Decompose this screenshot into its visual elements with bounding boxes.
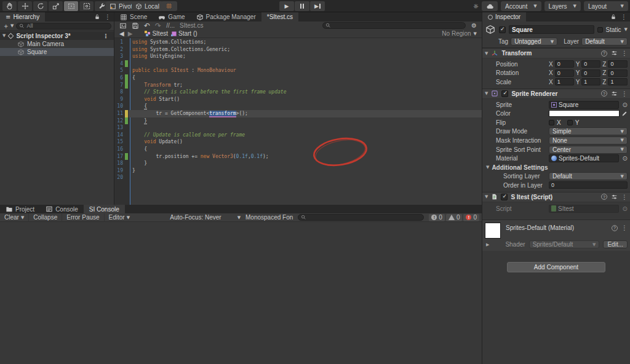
foldout-open-icon[interactable]: ▼: [485, 194, 488, 199]
position-x-field[interactable]: [555, 60, 574, 68]
tab-project[interactable]: Project: [0, 205, 40, 213]
rotation-z-field[interactable]: [608, 69, 628, 77]
code-line[interactable]: 6{: [114, 74, 482, 82]
draw-mode-dropdown[interactable]: Simple▼: [549, 127, 628, 135]
sorting-layer-dropdown[interactable]: Default▼: [549, 172, 628, 180]
play-button[interactable]: ▶: [279, 1, 294, 11]
layers-dropdown[interactable]: Layers▼: [544, 1, 581, 11]
script-object-field[interactable]: SItest: [549, 205, 619, 213]
script-component-header[interactable]: ▼ S Itest (Script) ? ⋮: [482, 192, 630, 202]
error-pause-button[interactable]: Error Pause: [62, 213, 104, 222]
cloud-services-button[interactable]: [482, 1, 498, 11]
material-object-field[interactable]: Sprites-Default: [549, 154, 619, 162]
panel-divider[interactable]: [482, 12, 482, 364]
breadcrumb-class[interactable]: SItest: [145, 30, 168, 37]
code-line[interactable]: 5public class SItest : MonoBehaviour: [114, 67, 482, 74]
code-line[interactable]: 1using System.Collections;: [114, 39, 482, 46]
mask-interaction-dropdown[interactable]: None▼: [549, 136, 628, 144]
auto-focus-dropdown[interactable]: Auto-Focus: Never ▼: [170, 214, 241, 221]
transform-tool-button[interactable]: [79, 1, 94, 11]
code-line[interactable]: 17 tr.position += new Vector3(0.1f,0.1f)…: [114, 153, 482, 160]
tag-dropdown[interactable]: Untagged▼: [511, 38, 557, 46]
hierarchy-search-input[interactable]: [26, 23, 108, 29]
code-line[interactable]: 11 tr = GetComponent<transform>();: [114, 110, 482, 117]
scale-tool-button[interactable]: [49, 1, 63, 11]
edit-shader-button[interactable]: Edit...: [603, 240, 628, 248]
foldout-open-icon[interactable]: ▼: [485, 91, 488, 96]
region-dropdown[interactable]: No Region ▼: [442, 30, 477, 37]
object-picker-icon[interactable]: ⊙: [623, 205, 628, 212]
step-button[interactable]: ▶: [310, 1, 325, 11]
clear-button[interactable]: Clear▼: [0, 213, 29, 222]
chevron-down-icon[interactable]: ▼: [624, 27, 628, 32]
rotation-x-field[interactable]: [555, 69, 574, 77]
menu-kebab-icon[interactable]: ⋮: [621, 90, 628, 97]
code-line[interactable]: 15 void Update(): [114, 138, 482, 146]
position-z-field[interactable]: [608, 60, 628, 68]
code-line[interactable]: 3using UnityEngine;: [114, 53, 482, 60]
move-tool-button[interactable]: [18, 1, 32, 11]
presets-icon[interactable]: [611, 194, 618, 200]
collapse-button[interactable]: Collapse: [29, 213, 62, 222]
sprite-object-field[interactable]: Square: [549, 101, 619, 109]
help-icon[interactable]: ?: [601, 50, 607, 57]
rotate-tool-button[interactable]: [33, 1, 47, 11]
editor-attach-dropdown[interactable]: Editor▼: [105, 213, 135, 222]
gameobject-name-field[interactable]: [509, 25, 594, 34]
menu-kebab-icon[interactable]: ⋮: [105, 14, 111, 20]
highlighter-icon[interactable]: ☼: [473, 3, 479, 10]
menu-kebab-icon[interactable]: ⋮: [621, 14, 627, 20]
gear-icon[interactable]: ⚙: [471, 22, 477, 29]
scale-x-field[interactable]: [555, 78, 574, 85]
rotation-y-field[interactable]: [581, 69, 600, 77]
code-line[interactable]: 16 {: [114, 146, 482, 153]
material-preview-swatch[interactable]: [485, 223, 501, 239]
scene-header-row[interactable]: ▼ Script Inspector 3* ⋮: [0, 31, 114, 40]
tab-game[interactable]: Game: [153, 12, 190, 22]
editor-search-input[interactable]: [331, 23, 463, 29]
capture-icon[interactable]: [119, 22, 127, 30]
tab-inspector[interactable]: Inspector: [482, 12, 526, 22]
menu-kebab-icon[interactable]: ⋮: [103, 33, 111, 39]
tab-hierarchy[interactable]: ≡ Hierarchy: [0, 12, 45, 22]
console-searchbox[interactable]: [298, 214, 424, 221]
redo-icon[interactable]: ↷: [155, 22, 161, 30]
menu-kebab-icon[interactable]: ⋮: [621, 50, 628, 57]
shader-dropdown[interactable]: Sprites/Default▼: [529, 240, 600, 248]
code-line[interactable]: 9 void Start(): [114, 96, 482, 103]
scale-z-field[interactable]: [608, 78, 628, 85]
color-swatch[interactable]: [549, 110, 620, 117]
component-enabled-checkbox[interactable]: [501, 194, 508, 200]
component-enabled-checkbox[interactable]: [501, 90, 508, 97]
sprite-renderer-header[interactable]: ▼ Sprite Renderer ? ⋮: [482, 89, 630, 99]
panel-divider[interactable]: [114, 12, 114, 205]
presets-icon[interactable]: [611, 50, 618, 57]
font-dropdown-label[interactable]: Monospaced Fon: [245, 214, 293, 221]
eyedropper-icon[interactable]: [621, 111, 628, 117]
help-icon[interactable]: ?: [601, 194, 607, 200]
code-line[interactable]: 12 }: [114, 117, 482, 125]
tab-scene[interactable]: Scene: [114, 12, 153, 22]
add-component-button[interactable]: Add Component: [507, 262, 605, 272]
foldout-open-icon[interactable]: ▼: [2, 33, 6, 38]
code-area[interactable]: 1using System.Collections;2using System.…: [114, 38, 482, 205]
code-line[interactable]: 2using System.Collections.Generic;: [114, 46, 482, 53]
save-icon[interactable]: [132, 22, 139, 30]
hierarchy-item-main-camera[interactable]: Main Camera: [0, 40, 114, 48]
object-picker-icon[interactable]: ⊙: [623, 155, 628, 162]
active-checkbox[interactable]: [499, 26, 506, 33]
comment-button[interactable]: //...: [166, 22, 175, 29]
tab-si-console[interactable]: SI Console: [84, 205, 125, 213]
hierarchy-searchbox[interactable]: [16, 23, 111, 30]
code-line[interactable]: 19}: [114, 167, 482, 175]
grid-snapping-button[interactable]: [161, 1, 177, 11]
gameobject-cube-icon[interactable]: [485, 24, 496, 35]
console-search-input[interactable]: [308, 215, 421, 221]
code-line[interactable]: 14 // Update is called once per frame: [114, 132, 482, 139]
hand-tool-button[interactable]: [2, 1, 17, 11]
error-count-badge[interactable]: !0: [463, 214, 479, 221]
flip-y-checkbox[interactable]: [567, 120, 573, 125]
menu-kebab-icon[interactable]: ⋮: [621, 194, 628, 200]
tab-package-manager[interactable]: Package Manager: [191, 12, 261, 22]
layer-dropdown[interactable]: Default▼: [581, 38, 628, 46]
